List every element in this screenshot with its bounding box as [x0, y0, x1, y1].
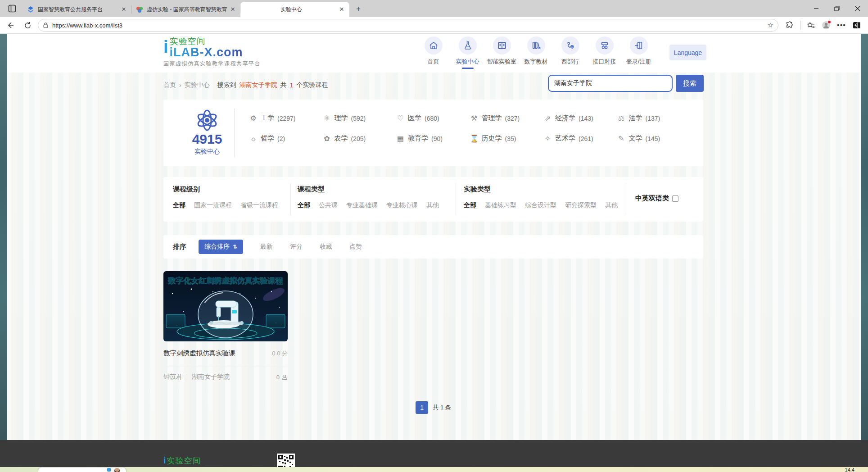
filter-option[interactable]: 国家一流课程 — [194, 201, 232, 209]
category-panel: 4915 实验中心 ⚙工学(2297) ⚛理学(592) ♡医学(680) ⚒管… — [163, 100, 703, 166]
sort-option-rating[interactable]: 评分 — [290, 243, 303, 251]
filter-option[interactable]: 其他 — [605, 201, 618, 209]
filter-option[interactable]: 全部 — [298, 201, 310, 209]
category-name: 文学 — [629, 134, 642, 143]
category-philosophy[interactable]: ☼哲学(2) — [249, 134, 323, 143]
experiment-center-stat[interactable]: 4915 实验中心 — [182, 109, 232, 156]
breadcrumb-section[interactable]: 实验中心 — [185, 81, 210, 89]
filter-group-course-type: 课程类型 全部 公共课 专业基础课 专业核心课 其他 — [298, 177, 439, 222]
category-history[interactable]: ⌛历史学(35) — [470, 134, 544, 143]
tab-workspaces-icon[interactable] — [5, 2, 19, 15]
site-logo[interactable]: i 实验空间 iLAB-X.com 国家虚拟仿真实验教学课程共享平台 — [163, 36, 261, 68]
back-icon[interactable] — [4, 18, 17, 32]
heart-icon: ♡ — [396, 114, 405, 123]
notification-dot — [827, 20, 831, 24]
search-box: 搜索 — [548, 75, 704, 92]
filter-option[interactable]: 全部 — [173, 201, 185, 209]
category-count: (680) — [425, 115, 439, 122]
settings-menu-icon[interactable]: ••• — [835, 18, 848, 32]
course-teacher: 钟苡君 — [163, 373, 182, 381]
course-card[interactable]: 数字化女红刺绣虚拟仿真实验课程 数字刺绣虚拟仿真实验课 0.0 分 钟苡君 — [163, 271, 288, 381]
url-bar[interactable]: https://www.ilab-x.com/list3 ☆ — [38, 19, 778, 32]
course-view-count: 0 — [276, 374, 280, 381]
result-count-suffix: 个实验课程 — [296, 81, 328, 89]
sidebar-toggle-icon[interactable] — [850, 18, 863, 32]
category-name: 经济学 — [555, 114, 575, 123]
nav-item-experiment-center[interactable]: 实验中心 — [453, 36, 482, 69]
pagination-total: 共 1 条 — [433, 404, 451, 412]
favorites-icon[interactable] — [804, 18, 818, 32]
svg-text:VR: VR — [537, 47, 540, 50]
category-agriculture[interactable]: ✿农学(205) — [323, 134, 397, 143]
refresh-icon[interactable] — [21, 18, 34, 32]
filter-option[interactable]: 公共课 — [319, 201, 338, 209]
category-count: (205) — [351, 135, 366, 142]
sort-composite-button[interactable]: 综合排序 ⇅ — [199, 240, 243, 254]
category-name: 理学 — [335, 114, 348, 123]
category-science[interactable]: ⚛理学(592) — [323, 114, 397, 123]
search-input[interactable] — [548, 75, 673, 92]
filter-option[interactable]: 研究探索型 — [565, 201, 597, 209]
filter-option[interactable]: 全部 — [464, 201, 476, 209]
home-icon — [429, 41, 439, 50]
new-tab-button[interactable]: + — [352, 3, 365, 15]
url-text[interactable]: https://www.ilab-x.com/list3 — [52, 22, 768, 29]
sort-bar: 排序 综合排序 ⇅ 最新 评分 收藏 点赞 — [163, 235, 703, 259]
nav-item-api-connect[interactable]: 接口对接 — [590, 36, 619, 69]
sort-arrows-icon: ⇅ — [233, 244, 237, 250]
category-count: (261) — [579, 135, 593, 142]
nav-item-digital-textbook[interactable]: VR 数字教材 — [522, 36, 550, 69]
category-education[interactable]: ▤教育学(90) — [396, 134, 470, 143]
active-nav-underline — [462, 68, 474, 69]
logo-i-mark: i — [163, 36, 168, 57]
nav-item-home[interactable]: 首页 — [419, 36, 448, 69]
nav-item-login-register[interactable]: 登录/注册 — [624, 36, 653, 69]
atom-icon — [195, 109, 219, 131]
sort-option-newest[interactable]: 最新 — [260, 243, 273, 251]
profile-avatar[interactable] — [819, 18, 833, 32]
filter-option[interactable]: 专业基础课 — [346, 201, 378, 209]
search-button[interactable]: 搜索 — [676, 75, 704, 92]
logo-tagline: 国家虚拟仿真实验教学课程共享平台 — [163, 60, 261, 68]
filter-option[interactable]: 综合设计型 — [525, 201, 556, 209]
category-management[interactable]: ⚒管理学(327) — [470, 114, 544, 123]
browser-tab-1[interactable]: 国家智慧教育公共服务平台 ✕ — [23, 2, 131, 17]
course-title[interactable]: 数字刺绣虚拟仿真实验课 — [163, 349, 235, 358]
page-number-button[interactable]: 1 — [416, 401, 428, 414]
filter-option[interactable]: 其他 — [426, 201, 439, 209]
window-close-button[interactable] — [847, 0, 868, 17]
filter-option[interactable]: 专业核心课 — [386, 201, 418, 209]
category-medicine[interactable]: ♡医学(680) — [396, 114, 470, 123]
browser-tab-2[interactable]: 虚仿实验 - 国家高等教育智慧教育 ✕ — [131, 2, 240, 17]
tab-close-icon[interactable]: ✕ — [229, 5, 237, 14]
browser-tab-active[interactable]: 实验中心 ✕ — [240, 2, 349, 17]
window-restore-button[interactable] — [827, 0, 847, 17]
category-art[interactable]: ✧艺术学(261) — [543, 134, 617, 143]
filter-title: 课程类型 — [298, 185, 439, 194]
nav-item-smart-lab[interactable]: 智能实验室 — [488, 36, 516, 69]
filter-option[interactable]: 省级一流课程 — [240, 201, 278, 209]
category-law[interactable]: ⚖法学(137) — [617, 114, 691, 123]
category-economics[interactable]: ⇗经济学(143) — [543, 114, 617, 123]
tab-close-icon[interactable]: ✕ — [338, 5, 346, 14]
course-banner-image[interactable]: 数字化女红刺绣虚拟仿真实验课程 — [163, 271, 288, 341]
filter-option[interactable]: 基础练习型 — [485, 201, 516, 209]
open-book-icon — [497, 41, 507, 50]
page-body: i 实验空间 iLAB-X.com 国家虚拟仿真实验教学课程共享平台 首页 实验… — [0, 34, 868, 472]
footer-logo-i-mark: i — [163, 455, 166, 466]
pagination: 1 共 1 条 — [163, 401, 703, 414]
sort-option-likes[interactable]: 点赞 — [349, 243, 362, 251]
sort-option-favorites[interactable]: 收藏 — [320, 243, 332, 251]
extensions-icon[interactable] — [783, 18, 796, 32]
tab-close-icon[interactable]: ✕ — [120, 5, 128, 14]
language-button[interactable]: Language — [669, 45, 706, 60]
nav-item-west-tour[interactable]: 西部行 — [556, 36, 584, 69]
search-keyword: 湖南女子学院 — [240, 81, 277, 89]
window-minimize-button[interactable] — [806, 0, 827, 17]
category-engineering[interactable]: ⚙工学(2297) — [249, 114, 323, 123]
bilingual-checkbox[interactable] — [672, 195, 678, 202]
floating-video-window[interactable] — [38, 467, 126, 472]
bookmark-star-icon[interactable]: ☆ — [768, 21, 773, 29]
breadcrumb-home[interactable]: 首页 — [163, 81, 176, 89]
category-literature[interactable]: ✎文学(145) — [617, 134, 691, 143]
